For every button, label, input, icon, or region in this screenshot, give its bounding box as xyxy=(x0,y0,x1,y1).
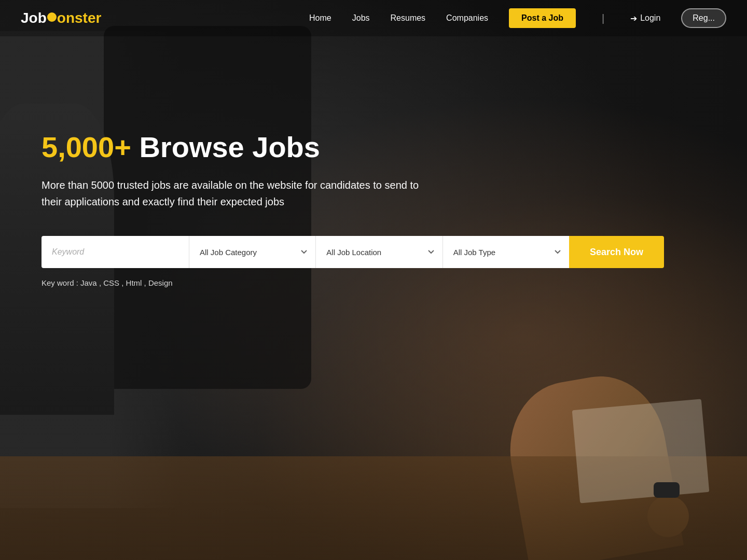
login-label: Login xyxy=(640,13,660,23)
register-button[interactable]: Reg... xyxy=(681,8,726,28)
nav-divider: | xyxy=(602,12,604,24)
nav-home[interactable]: Home xyxy=(309,13,331,22)
search-button[interactable]: Search Now xyxy=(569,236,664,268)
login-icon: ➔ xyxy=(630,13,637,23)
hero-count: 5,000+ xyxy=(42,131,131,163)
job-type-select[interactable]: All Job Type xyxy=(442,236,569,268)
logo-job-text: Job xyxy=(21,10,47,26)
logo-icon xyxy=(47,12,57,22)
hero-title-rest: Browse Jobs xyxy=(131,131,320,163)
category-select[interactable]: All Job Category xyxy=(189,236,315,268)
logo-monster-text: onster xyxy=(57,10,102,26)
keyword-input[interactable] xyxy=(42,236,189,268)
keywords-hint: Key word : Java , CSS , Html , Design xyxy=(42,278,706,287)
nav-companies[interactable]: Companies xyxy=(446,13,488,22)
post-job-button[interactable]: Post a Job xyxy=(509,8,576,28)
location-select[interactable]: All Job Location xyxy=(315,236,442,268)
nav-resumes[interactable]: Resumes xyxy=(391,13,426,22)
search-bar: All Job Category All Job Location All Jo… xyxy=(42,236,664,268)
nav-jobs[interactable]: Jobs xyxy=(352,13,370,22)
login-button[interactable]: ➔ Login xyxy=(630,13,660,23)
hero-title: 5,000+ Browse Jobs xyxy=(42,130,706,164)
hero-subtitle: More than 5000 trusted jobs are availabl… xyxy=(42,177,436,210)
navbar: Jobonster Home Jobs Resumes Companies Po… xyxy=(0,0,747,36)
hero-section: 5,000+ Browse Jobs More than 5000 truste… xyxy=(0,36,747,318)
nav-links: Home Jobs Resumes Companies Post a Job |… xyxy=(309,8,726,28)
logo[interactable]: Jobonster xyxy=(21,10,101,26)
